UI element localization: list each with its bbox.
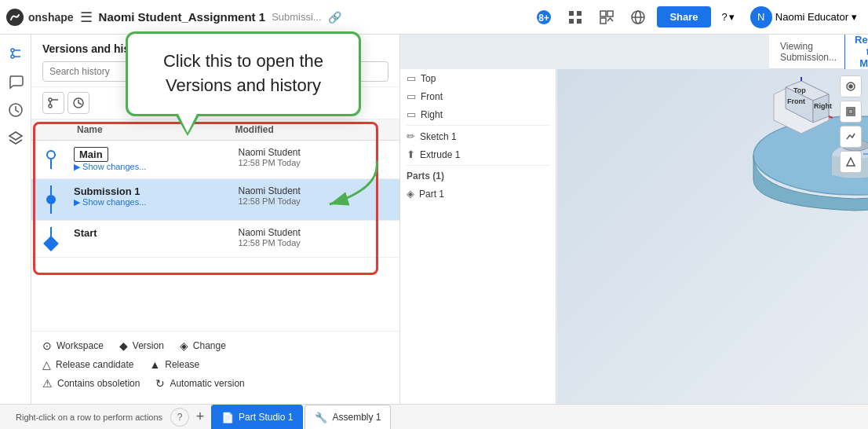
row-user: Naomi Student [239,227,397,238]
sidebar-chat-icon[interactable] [3,69,28,94]
workspace-icon: ⊙ [42,339,52,352]
bottom-help-button[interactable]: ? [170,408,189,427]
svg-text:Top: Top [793,86,806,94]
table-row[interactable]: Start Naomi Student 12:58 PM Today [31,221,399,258]
globe-icon[interactable] [625,5,651,30]
feature-tree-item-part1[interactable]: ◈ Part 1 [400,185,556,203]
svg-point-20 [49,98,52,101]
menu-icon[interactable]: ☰ [80,9,93,26]
notification-icon[interactable]: 8+ [531,5,556,30]
logo[interactable]: onshape [6,9,74,26]
separator [407,125,550,126]
row-name: Submission 1 [74,185,232,197]
view-btn-1[interactable] [840,75,862,97]
show-changes-link[interactable]: ▶ Show changes... [74,197,232,207]
history-header: Name Modified [31,119,399,141]
sidebar-layers-icon[interactable] [3,126,28,151]
orient-cube[interactable]: Z X Top Front Right [770,77,833,140]
link-icon[interactable]: 🔗 [328,11,341,24]
plane-icon: ▭ [407,90,416,102]
help-button[interactable]: ? ▾ [717,8,739,26]
release-item[interactable]: ▲ Release [149,358,199,371]
row-time: 12:58 PM Today [239,238,397,248]
sketch-icon: ✏ [407,130,415,142]
feature-label: Front [421,91,443,102]
col-name: Name [77,124,235,135]
toolbar-btn-1[interactable] [42,92,64,114]
release-label: Release [165,359,199,370]
version-line [50,160,52,169]
tab-part-studio-icon: 📄 [221,412,234,424]
obsoletion-icon: ⚠ [42,377,53,390]
svg-marker-19 [9,132,22,140]
tab-bar: + 📄 Part Studio 1 🔧 Assembly 1 [189,405,860,430]
page-title: Naomi Student_Assignment 1 [99,10,266,24]
feature-tree-item-right[interactable]: ▭ Right [400,105,556,123]
version-line [50,204,52,214]
feature-tree-item-top[interactable]: ▭ Top [400,69,556,87]
tab-part-studio[interactable]: 📄 Part Studio 1 [211,405,303,430]
help-label: ? [722,11,728,23]
sidebar-history-icon[interactable] [3,97,28,123]
release-candidate-icon: △ [42,358,51,371]
user-name: Naomi Educator [775,11,848,23]
svg-point-42 [849,85,852,88]
page-subtitle: Submissi... [272,11,322,23]
release-candidate-item[interactable]: △ Release candidate [42,358,133,371]
view-btn-3[interactable] [840,126,862,148]
svg-rect-3 [569,11,574,16]
user-menu[interactable]: N Naomi Educator ▾ [746,3,862,31]
svg-rect-6 [577,19,582,24]
toolbar-btn-2[interactable] [67,92,89,114]
viewport[interactable]: Front Z [557,69,868,404]
plane-icon: ▭ [407,72,416,84]
extrude-icon: ⬆ [407,148,415,160]
add-tab-button[interactable]: + [189,406,211,428]
show-changes-link[interactable]: ▶ Show changes... [74,162,232,172]
view-btn-4[interactable] [840,151,862,173]
auto-version-label: Automatic version [170,378,244,389]
change-icon: ◈ [180,339,188,352]
sidebar-versions-icon[interactable] [3,41,28,66]
svg-point-21 [49,104,52,108]
version-line [50,185,52,195]
user-chevron: ▾ [852,11,857,23]
feature-tree-item-extrude1[interactable]: ⬆ Extrude 1 [400,145,556,163]
row-indicator [31,179,71,220]
version-label: Version [133,340,164,351]
version-anchor [43,236,59,251]
svg-text:8+: 8+ [539,13,550,24]
apps-icon[interactable] [594,5,619,30]
bottom-status: Right-click on a row to perform actions [8,412,170,422]
part-icon: ◈ [407,188,414,200]
parts-section: Parts (1) [400,167,556,185]
workspace-item[interactable]: ⊙ Workspace [42,339,104,352]
avatar: N [750,6,772,28]
footer-row-3: ⚠ Contains obsoletion ↻ Automatic versio… [42,377,388,390]
callout-arrow-inner [178,114,197,133]
version-item[interactable]: ◆ Version [119,339,164,352]
svg-rect-4 [577,11,582,16]
svg-marker-45 [847,158,855,166]
feature-tree-item-front[interactable]: ▭ Front [400,87,556,105]
history-table: Name Modified Main ▶ Show changes... Nao… [31,119,399,331]
tab-part-studio-label: Part Studio 1 [239,412,293,423]
topbar: onshape ☰ Naomi Student_Assignment 1 Sub… [0,0,868,35]
onshape-logo [6,9,24,26]
auto-version-item[interactable]: ↻ Automatic version [155,377,244,390]
obsoletion-item[interactable]: ⚠ Contains obsoletion [42,377,140,390]
return-main-button[interactable]: Return to Main [844,29,868,74]
viewing-bar: Viewing Submission... Return to Main ? [769,35,868,69]
change-item[interactable]: ◈ Change [180,339,226,352]
footer-row-2: △ Release candidate ▲ Release [42,358,388,371]
version-dot [46,150,56,160]
row-indicator [31,141,71,178]
feature-tree-item-sketch1[interactable]: ✏ Sketch 1 [400,127,556,145]
tab-assembly-label: Assembly 1 [332,412,381,423]
view-btn-2[interactable] [840,101,862,123]
bottom-bar: Right-click on a row to perform actions … [0,404,868,429]
share-button[interactable]: Share [657,6,710,28]
grid-icon[interactable] [563,5,588,30]
tab-assembly[interactable]: 🔧 Assembly 1 [305,405,391,430]
row-name: Start [74,227,232,239]
